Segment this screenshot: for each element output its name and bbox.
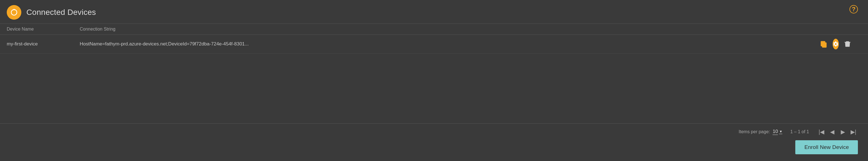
first-page-button[interactable]: |◀: [817, 127, 826, 136]
settings-button[interactable]: [833, 39, 839, 50]
device-name-cell: my-first-device: [0, 35, 73, 54]
items-per-page-section: Items per page: 10 ▼: [739, 129, 782, 135]
connected-devices-panel: Connected Devices ? Device Name Connecti…: [0, 0, 868, 161]
copy-button[interactable]: [820, 39, 828, 50]
pagination-footer: Items per page: 10 ▼ 1 – 1 of 1 |◀ ◀ ▶ ▶…: [0, 123, 868, 140]
devices-table: Device Name Connection String my-first-d…: [0, 24, 868, 54]
col-actions: [817, 24, 868, 35]
connection-string-cell: HostName=fathym-prd.azure-devices.net;De…: [73, 35, 817, 54]
svg-rect-2: [821, 41, 825, 46]
prev-page-button[interactable]: ◀: [828, 127, 837, 136]
items-per-page-value: 10: [773, 129, 778, 135]
pagination-nav: |◀ ◀ ▶ ▶|: [817, 127, 858, 136]
panel-header: Connected Devices ?: [0, 0, 868, 24]
devices-table-container: Device Name Connection String my-first-d…: [0, 24, 868, 123]
pagination-range: 1 – 1 of 1: [790, 129, 809, 134]
items-per-page-label: Items per page:: [739, 129, 770, 134]
delete-button[interactable]: [844, 39, 851, 50]
last-page-button[interactable]: ▶|: [849, 127, 858, 136]
table-row: my-first-deviceHostName=fathym-prd.azure…: [0, 35, 868, 54]
enroll-new-device-button[interactable]: Enroll New Device: [795, 140, 858, 154]
enroll-section: Enroll New Device: [0, 140, 868, 161]
actions-cell: [817, 35, 868, 54]
chevron-down-icon: ▼: [779, 130, 782, 134]
table-header-row: Device Name Connection String: [0, 24, 868, 35]
panel-title: Connected Devices: [26, 8, 96, 17]
connected-devices-icon: [7, 5, 21, 20]
items-per-page-select[interactable]: 10 ▼: [773, 129, 782, 135]
next-page-button[interactable]: ▶: [838, 127, 847, 136]
col-device-name: Device Name: [0, 24, 73, 35]
help-icon[interactable]: ?: [849, 5, 858, 13]
col-connection-string: Connection String: [73, 24, 817, 35]
